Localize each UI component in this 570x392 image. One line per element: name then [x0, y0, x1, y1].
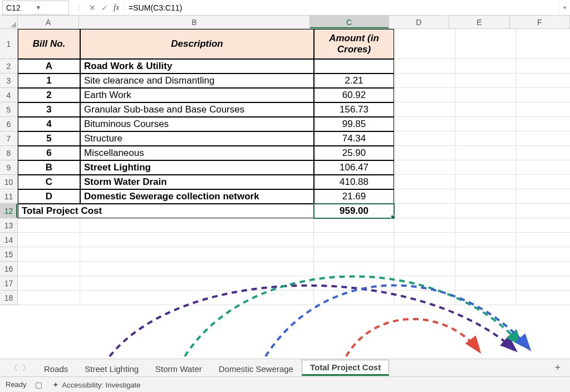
row-header-18[interactable]: 18 [0, 291, 18, 305]
cell-C14[interactable] [314, 233, 394, 247]
cell-A5[interactable]: 3 [18, 102, 80, 117]
cell-D18[interactable] [394, 291, 455, 305]
row-header-4[interactable]: 4 [0, 88, 18, 102]
cell-C11[interactable]: 21.69 [314, 189, 394, 204]
fx-icon[interactable]: fx [114, 3, 119, 12]
cell-D4[interactable] [394, 88, 455, 102]
cell-A15[interactable] [18, 247, 80, 262]
cell-E7[interactable] [455, 131, 517, 146]
cell-F2[interactable] [517, 59, 570, 74]
cell-F3[interactable] [517, 74, 570, 88]
cell-D14[interactable] [394, 233, 455, 247]
column-header-B[interactable]: B [79, 16, 309, 29]
cell-A14[interactable] [18, 233, 80, 247]
cell-E12[interactable] [455, 204, 517, 218]
cell-D5[interactable] [394, 102, 455, 117]
cell-F12[interactable] [517, 204, 570, 218]
cell-F6[interactable] [517, 117, 570, 131]
column-header-D[interactable]: D [389, 16, 449, 29]
cell-A2[interactable]: A [18, 59, 80, 74]
cell-E2[interactable] [455, 59, 517, 74]
cell-C4[interactable]: 60.92 [314, 88, 394, 102]
cell-F14[interactable] [517, 233, 570, 247]
cell-E4[interactable] [455, 88, 517, 102]
cell-F9[interactable] [517, 160, 570, 175]
cell-C2[interactable] [314, 59, 394, 74]
cell-D3[interactable] [394, 74, 455, 88]
cell-B5[interactable]: Granular Sub-base and Base Courses [80, 102, 314, 117]
cell-C18[interactable] [314, 291, 394, 305]
cell-B9[interactable]: Street Lighting [80, 160, 314, 175]
column-header-C[interactable]: C [310, 16, 389, 29]
cell-B18[interactable] [80, 291, 314, 305]
cell-F7[interactable] [517, 131, 570, 146]
accept-icon[interactable]: ✓ [101, 3, 108, 12]
cell-D17[interactable] [394, 276, 455, 291]
add-sheet-button[interactable]: + [550, 360, 566, 376]
row-header-16[interactable]: 16 [0, 262, 18, 276]
cancel-icon[interactable]: ✕ [89, 3, 96, 12]
cell-B2[interactable]: Road Work & Utility [80, 59, 314, 74]
cell-E17[interactable] [455, 276, 517, 291]
row-header-14[interactable]: 14 [0, 233, 18, 247]
cell-C9[interactable]: 106.47 [314, 160, 394, 175]
cell-F16[interactable] [517, 262, 570, 276]
cell-E9[interactable] [455, 160, 517, 175]
cell-D8[interactable] [394, 146, 455, 160]
cell-D7[interactable] [394, 131, 455, 146]
row-header-13[interactable]: 13 [0, 218, 18, 233]
cell-B14[interactable] [80, 233, 314, 247]
cell-B4[interactable]: Earth Work [80, 88, 314, 102]
formula-input[interactable]: =SUM(C3:C11) [124, 1, 559, 15]
row-header-5[interactable]: 5 [0, 102, 18, 117]
row-header-15[interactable]: 15 [0, 247, 18, 262]
accessibility-status[interactable]: ✦Accessibility: Investigate [51, 380, 141, 389]
cell-F4[interactable] [517, 88, 570, 102]
cell-C7[interactable]: 74.34 [314, 131, 394, 146]
cell-E14[interactable] [455, 233, 517, 247]
row-header-12[interactable]: 12 [0, 204, 18, 218]
cell-E16[interactable] [455, 262, 517, 276]
cell-B11[interactable]: Domestic Sewerage collection network [80, 189, 314, 204]
select-all-corner[interactable] [0, 16, 18, 29]
cell-A1[interactable]: Bill No. [18, 29, 80, 59]
cell-E3[interactable] [455, 74, 517, 88]
cell-C10[interactable]: 410.88 [314, 175, 394, 189]
cell-F10[interactable] [517, 175, 570, 189]
cell-F8[interactable] [517, 146, 570, 160]
cell-D2[interactable] [394, 59, 455, 74]
cell-F17[interactable] [517, 276, 570, 291]
cell-B13[interactable] [80, 218, 314, 233]
cell-E1[interactable] [455, 29, 517, 59]
expand-formula-bar-icon[interactable]: ▾ [559, 1, 570, 15]
cell-D1[interactable] [394, 29, 455, 59]
cell-F1[interactable] [517, 29, 570, 59]
row-header-3[interactable]: 3 [0, 74, 18, 88]
cell-B17[interactable] [80, 276, 314, 291]
cell-F5[interactable] [517, 102, 570, 117]
cell-B8[interactable]: Miscellaneous [80, 146, 314, 160]
macro-recorder-icon[interactable]: ▢ [35, 380, 43, 389]
cell-B7[interactable]: Structure [80, 131, 314, 146]
cell-D9[interactable] [394, 160, 455, 175]
cell-A6[interactable]: 4 [18, 117, 80, 131]
cell-B15[interactable] [80, 247, 314, 262]
cell-E18[interactable] [455, 291, 517, 305]
row-header-8[interactable]: 8 [0, 146, 18, 160]
cell-C13[interactable] [314, 218, 394, 233]
row-header-1[interactable]: 1 [0, 29, 18, 59]
sheet-prev-icon[interactable]: 〈 [10, 363, 18, 373]
row-header-11[interactable]: 11 [0, 189, 18, 204]
row-header-7[interactable]: 7 [0, 131, 18, 146]
chevron-down-icon[interactable]: ▼ [36, 4, 65, 11]
cell-D11[interactable] [394, 189, 455, 204]
cell-A3[interactable]: 1 [18, 74, 80, 88]
cell-C17[interactable] [314, 276, 394, 291]
cell-D13[interactable] [394, 218, 455, 233]
row-header-9[interactable]: 9 [0, 160, 18, 175]
sheet-next-icon[interactable]: 〉 [22, 363, 30, 373]
cell-F15[interactable] [517, 247, 570, 262]
cell-B1[interactable]: Description [80, 29, 314, 59]
cell-C16[interactable] [314, 262, 394, 276]
cell-B3[interactable]: Site clearance and Dismantling [80, 74, 314, 88]
